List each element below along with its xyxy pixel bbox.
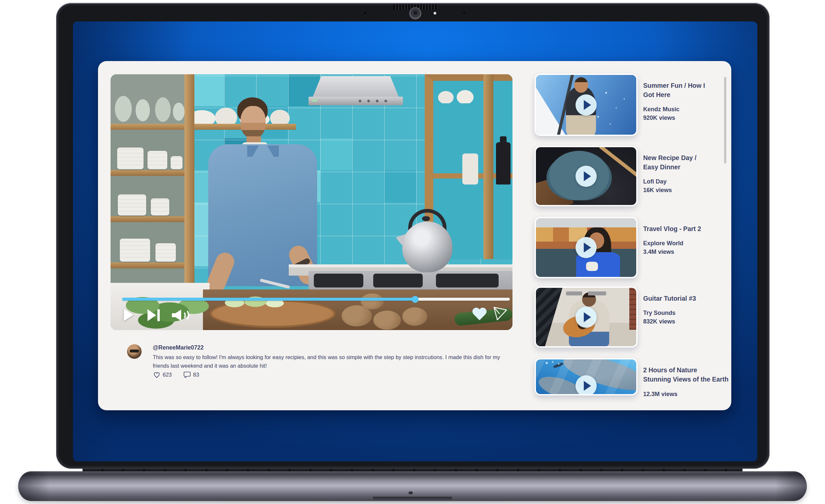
comment-text: This was so easy to follow! I'm always l…	[153, 353, 512, 370]
comment-like-button[interactable]: 623	[153, 371, 182, 379]
laptop-base-hole	[408, 492, 413, 494]
video-title: Summer Fun / How I Got Here	[643, 81, 732, 99]
microphone-hole-left	[364, 12, 366, 14]
volume-wave	[182, 309, 189, 321]
microphone-hole-right	[463, 12, 465, 14]
potato	[361, 293, 384, 309]
reply-count: 83	[193, 372, 199, 378]
bowl	[151, 198, 169, 216]
white-jug	[462, 153, 478, 185]
video-player[interactable]	[110, 74, 513, 330]
channel-name: Lofi Day	[643, 177, 732, 186]
volume-icon[interactable]	[172, 309, 191, 322]
sidebar-item-text: New Recipe Day / Easy Dinner Lofi Day 16…	[643, 153, 732, 195]
play-icon[interactable]	[124, 309, 134, 321]
glassware-shelf	[112, 87, 184, 123]
cup	[171, 156, 182, 169]
view-count: 832K views	[643, 317, 732, 326]
play-button-icon[interactable]	[576, 166, 597, 187]
avatar[interactable]	[127, 344, 142, 359]
range-hood	[312, 76, 399, 97]
video-thumbnail[interactable]	[535, 286, 638, 348]
chopped-vegetables	[222, 295, 291, 309]
burner-grate	[436, 274, 499, 287]
burner-grate	[373, 274, 423, 287]
webcam-indicator-light	[434, 12, 436, 14]
channel-name: Try Sounds	[643, 309, 732, 317]
cabinet-post	[483, 74, 493, 259]
scene-root: @ReneeMarie0722 This was so easy to foll…	[0, 0, 825, 504]
view-count: 16K views	[643, 186, 732, 195]
app-window: @ReneeMarie0722 This was so easy to foll…	[98, 61, 731, 410]
like-heart-icon[interactable]	[472, 308, 487, 321]
video-title: 2 Hours of Nature Stunning Views of the …	[643, 365, 795, 384]
bowl-stack	[120, 239, 150, 262]
comment-reply-button[interactable]: 83	[183, 371, 210, 379]
burner-grate	[314, 274, 363, 287]
next-track-icon[interactable]	[148, 309, 162, 321]
kettle	[402, 221, 452, 272]
cabinet-cups	[437, 89, 480, 103]
bowl	[155, 243, 176, 262]
potato	[373, 310, 401, 330]
share-icon[interactable]	[493, 306, 508, 322]
sidebar-item-text: Summer Fun / How I Got Here Kendz Music …	[643, 81, 732, 122]
upper-wood-shelf	[110, 124, 296, 130]
sidebar-item-text: Guitar Tutorial #3 Try Sounds 832K views	[643, 294, 732, 326]
video-thumbnail[interactable]	[535, 74, 638, 136]
shelf-board	[110, 216, 186, 222]
next-bar	[157, 309, 160, 321]
next-triangle	[148, 309, 156, 321]
play-button-icon[interactable]	[576, 237, 597, 258]
sidebar-item-text: 2 Hours of Nature Stunning Views of the …	[643, 365, 795, 399]
video-title: New Recipe Day / Easy Dinner	[643, 153, 732, 172]
video-thumbnail[interactable]	[535, 217, 638, 278]
progress-fill	[122, 298, 415, 301]
wood-shelf-post	[184, 74, 195, 286]
video-thumbnail[interactable]	[535, 358, 638, 395]
webcam-icon	[409, 7, 422, 19]
like-count: 623	[163, 372, 172, 378]
scrollbar-thumb[interactable]	[724, 77, 726, 163]
view-count: 12.3M views	[643, 390, 795, 399]
kettle-lid-knob	[422, 216, 430, 221]
play-button-icon[interactable]	[576, 375, 597, 395]
shelf-board	[110, 263, 186, 268]
play-button-icon[interactable]	[576, 94, 597, 116]
video-progress-bar[interactable]	[122, 298, 510, 301]
video-title: Guitar Tutorial #3	[643, 294, 732, 303]
range-hood-light	[312, 99, 317, 102]
play-button-icon[interactable]	[576, 307, 597, 328]
comment-username[interactable]: @ReneeMarie0722	[153, 344, 204, 351]
shelf-board	[110, 170, 186, 176]
sidebar-item-text: Travel Vlog - Part 2 Explore World 3.4M …	[643, 224, 732, 256]
potato	[402, 307, 427, 326]
channel-name: Explore World	[643, 239, 732, 247]
thermos-bottle	[496, 142, 511, 185]
range-hood-controls	[309, 97, 403, 105]
heart-outline-icon	[153, 371, 161, 379]
progress-thumb[interactable]	[412, 296, 419, 303]
comment-bubble-icon	[183, 371, 191, 379]
video-title: Travel Vlog - Part 2	[643, 224, 732, 233]
man-face	[241, 106, 266, 138]
view-count: 920K views	[643, 114, 732, 122]
plate-stack	[118, 195, 146, 216]
laptop-base-notch	[373, 497, 452, 501]
speaker-shape	[172, 309, 181, 321]
bowl-stack	[117, 148, 144, 169]
view-count: 3.4M views	[643, 247, 732, 256]
video-thumbnail[interactable]	[535, 146, 638, 206]
bowl-stack	[148, 151, 167, 169]
channel-name: Kendz Music	[643, 105, 732, 114]
